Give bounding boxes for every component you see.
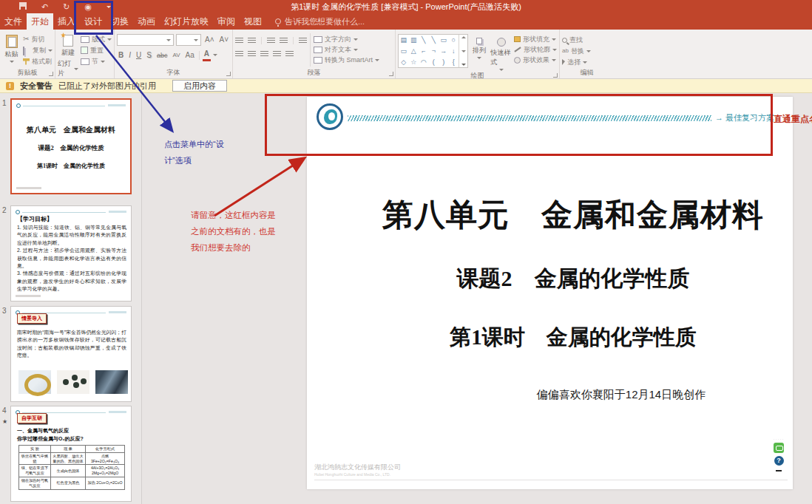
convert-smartart-button[interactable]: 转换为 SmartArt [314, 55, 379, 64]
shape-icon[interactable]: ) [442, 58, 444, 66]
font-size-combobox[interactable] [176, 34, 201, 46]
copy-button[interactable]: 复制 [23, 46, 53, 55]
drawing-dialog-launcher-icon[interactable] [553, 73, 558, 78]
shape-outline-button[interactable]: 形状轮廓 [514, 45, 557, 54]
numbering-icon[interactable] [248, 37, 256, 44]
bold-button[interactable]: B [117, 50, 125, 61]
arrange-button[interactable]: 排列 [470, 32, 488, 71]
copper-coins-image [57, 370, 89, 394]
font-color-button[interactable]: A [203, 49, 211, 61]
section-badge: 自学互研 [17, 413, 47, 423]
section-button[interactable]: 节 [81, 57, 112, 66]
shape-icon[interactable]: → [440, 47, 447, 55]
quick-styles-icon [497, 38, 506, 47]
thumbnail-slide-3[interactable]: 情景导入 南宋时期的“南海一号”宋金首饰仍然金光闪闪；打捞出水的一万多枚铜钱保存… [10, 306, 132, 402]
shape-fill-button[interactable]: 形状填充 [514, 35, 557, 44]
shapes-scroll-up-icon[interactable] [461, 36, 466, 38]
layout-icon [81, 36, 89, 43]
help-icon[interactable]: ? [774, 456, 784, 466]
slide-title-lesson[interactable]: 第1课时 金属的化学性质 [353, 323, 794, 353]
layout-button[interactable]: 版式 [81, 35, 112, 44]
format-painter-button[interactable]: 格式刷 [23, 57, 53, 66]
thumbnail-slide-1[interactable]: 第八单元 金属和金属材料 课题2 金属的化学性质 第1课时 金属的化学性质 [10, 98, 132, 194]
shrink-font-button[interactable]: A˅ [217, 35, 230, 45]
underline-button[interactable]: U [135, 50, 143, 61]
tab-review[interactable]: 审阅 [213, 13, 240, 30]
shape-icon[interactable]: { [453, 58, 455, 66]
message-icon[interactable] [774, 443, 784, 453]
replace-button[interactable]: ab替换 [562, 47, 591, 55]
shape-icon[interactable]: ☆ [410, 58, 416, 66]
paragraph-group: 文字方向 对齐文本 转换为 SmartArt 段落 [233, 30, 396, 78]
columns-icon[interactable] [285, 50, 294, 58]
text-shadow-button[interactable]: S [145, 50, 153, 61]
shape-icon[interactable]: ╲ [422, 36, 425, 44]
font-name-combobox[interactable] [117, 34, 174, 46]
shape-icon[interactable]: △ [411, 47, 416, 55]
bullets-icon[interactable] [235, 37, 243, 44]
align-text-button[interactable]: 对齐文本 [314, 45, 379, 54]
clipboard-group-label: 剪贴板 [18, 69, 38, 76]
paragraph-dialog-launcher-icon[interactable] [389, 72, 393, 76]
clipboard-dialog-launcher-icon[interactable] [49, 72, 53, 76]
tab-home[interactable]: 开始 [27, 13, 53, 30]
align-center-icon[interactable] [248, 50, 256, 58]
shape-icon[interactable]: ↓ [452, 47, 456, 55]
format-painter-icon [23, 58, 30, 65]
shape-effects-button[interactable]: 形状效果 [514, 55, 557, 64]
slide-number: 2 [2, 206, 7, 214]
quick-styles-button[interactable]: 快速样式 [490, 32, 512, 71]
slide-title-unit[interactable]: 第八单元 金属和金属材料 [353, 194, 794, 236]
new-slide-icon [63, 35, 73, 47]
shapes-more-icon[interactable] [461, 64, 466, 66]
paste-icon [6, 35, 18, 48]
tab-slideshow[interactable]: 幻灯片放映 [160, 13, 213, 30]
find-button[interactable]: 查找 [562, 35, 591, 44]
enable-content-button[interactable]: 启用内容 [172, 80, 227, 92]
shape-icon[interactable]: ¬ [432, 47, 436, 55]
shape-icon[interactable]: ◇ [401, 58, 406, 66]
slide-title-topic[interactable]: 课题2 金属的化学性质 [353, 264, 794, 294]
shape-icon[interactable]: ○ [452, 36, 456, 44]
smartart-icon [314, 57, 322, 64]
italic-button[interactable]: I [127, 50, 132, 61]
tell-me-box[interactable]: 告诉我您想要做什么... [275, 13, 365, 30]
tab-view[interactable]: 视图 [240, 13, 266, 30]
drawing-group: ▤▥╲╲▭○ ▭△⌐¬→↓ ◇☆◠(){ 排列 [396, 30, 560, 78]
slide-number: 1 [2, 99, 7, 107]
shape-icon[interactable]: ▤ [400, 36, 407, 44]
increase-indent-icon[interactable] [280, 37, 288, 44]
paste-button[interactable]: 粘贴 [2, 32, 21, 68]
shape-icon[interactable]: ( [433, 58, 435, 66]
shape-effects-icon [514, 57, 521, 64]
tab-animations[interactable]: 动画 [133, 13, 160, 30]
strikethrough-button[interactable]: abc [155, 50, 169, 61]
decrease-indent-icon[interactable] [267, 37, 275, 44]
slide-author-line[interactable]: 偏偏喜欢你襄阳于12月14日晚创作 [455, 388, 788, 402]
thumbnail-slide-2[interactable]: 【学习目标】 1. 知识与技能：知道铁、铝、铜等常见金属与氧气的反应，能用金属活… [10, 205, 132, 302]
character-spacing-button[interactable]: AV [171, 50, 181, 61]
shape-icon[interactable]: ⌐ [422, 47, 425, 55]
shape-icon[interactable]: ▭ [400, 47, 407, 55]
shapes-scroll-down-icon[interactable] [461, 50, 466, 52]
editing-group: 查找 ab替换 选择 编辑 [560, 30, 614, 78]
grow-font-button[interactable]: A˄ [203, 35, 216, 45]
select-button[interactable]: 选择 [562, 58, 591, 67]
font-dialog-launcher-icon[interactable] [226, 72, 231, 76]
line-spacing-icon[interactable] [299, 37, 307, 44]
shape-icon[interactable]: ◠ [421, 58, 427, 66]
thumbnail-slide-4[interactable]: 自学互研 一、金属与氧气的反应 你学过哪些金属与O₂的反应? 实 验 现 象 化… [10, 406, 132, 502]
align-left-icon[interactable] [235, 50, 243, 58]
change-case-button[interactable]: Aa [184, 50, 196, 61]
dots-decoration: ····· [772, 437, 785, 441]
new-slide-button[interactable]: 新建 幻灯片 [58, 32, 78, 78]
shape-icon[interactable]: ▭ [441, 36, 447, 44]
align-right-icon[interactable] [260, 50, 268, 58]
justify-icon[interactable] [273, 50, 281, 58]
shape-icon[interactable]: ╲ [432, 36, 436, 44]
cut-button[interactable]: ✂剪切 [23, 35, 53, 44]
tab-file[interactable]: 文件 [0, 13, 27, 30]
text-direction-button[interactable]: 文字方向 [314, 35, 379, 44]
reset-button[interactable]: 重置 [81, 46, 112, 55]
shape-icon[interactable]: ▥ [410, 36, 417, 44]
